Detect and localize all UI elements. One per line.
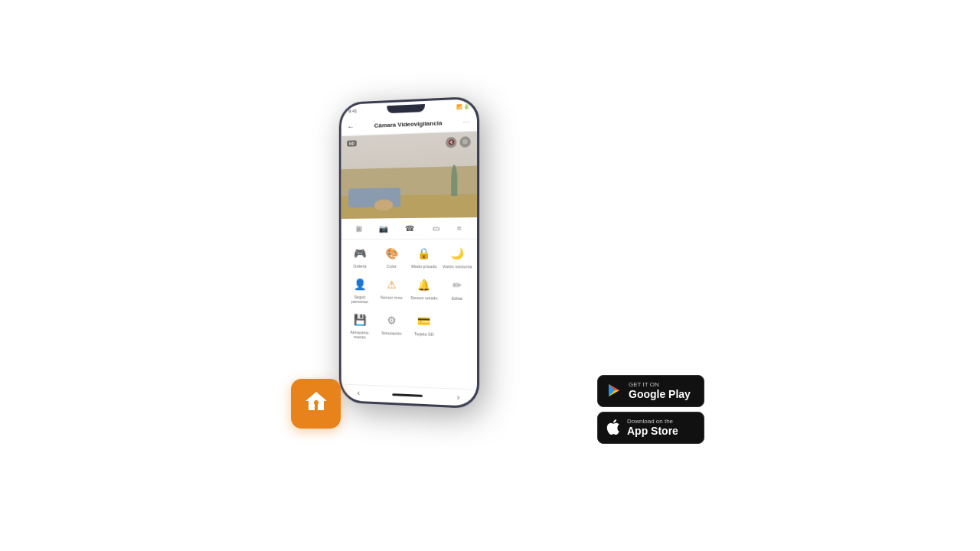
edit-feature[interactable]: ✏ Editar: [443, 276, 472, 306]
simulation-label: Simulación: [381, 331, 401, 336]
feature-row-2: 👤 Seguir personas ⚠ Sensor mov. 🔔 Sensor…: [344, 275, 473, 306]
screenshot-icon[interactable]: ⊞: [355, 225, 361, 233]
phone-mockup: 9:41 📶 🔋 ← Cámara Videovigilancia ···: [339, 96, 479, 409]
sound-label: Sensor sonido: [410, 295, 437, 301]
nav-forward-button[interactable]: ›: [457, 393, 459, 402]
store-buttons-container: GET IT ON Google Play Download on the Ap…: [597, 375, 704, 444]
mute-button[interactable]: 🔇: [446, 137, 456, 148]
time-display: 9:41: [348, 109, 357, 113]
track-person-feature[interactable]: 👤 Seguir personas: [346, 275, 374, 305]
google-play-button[interactable]: GET IT ON Google Play: [597, 375, 704, 407]
filter-icon[interactable]: ≈: [457, 223, 462, 232]
storage-feature[interactable]: 💾 Almacena-miento: [346, 310, 374, 340]
feature-row-1: 🎮 Galería 🎨 Color 🔒 Modo privado 🌙 Visió…: [344, 244, 473, 269]
gallery-label: Galería: [353, 264, 366, 269]
camera-top-controls: 🔇 ⊟: [446, 136, 471, 148]
nav-back-button[interactable]: ‹: [358, 389, 360, 397]
hd-badge: HD: [347, 140, 357, 146]
back-button[interactable]: ←: [347, 122, 354, 131]
track-label: Seguir personas: [346, 295, 374, 305]
color-feature[interactable]: 🎨 Color: [377, 244, 406, 269]
track-icon: 👤: [351, 275, 368, 293]
controls-row: ⊞ 📷 ☎ ▭ ≈: [341, 217, 477, 240]
feature-row-3: 💾 Almacena-miento ⚙ Simulación 💳 Tarjeta…: [344, 310, 473, 343]
apple-icon: [606, 419, 621, 438]
google-play-text: GET IT ON Google Play: [629, 381, 691, 401]
motion-label: Sensor mov.: [381, 295, 403, 300]
gallery-feature[interactable]: 🎮 Galería: [346, 244, 374, 269]
google-play-icon: [606, 382, 622, 401]
edit-label: Editar: [452, 295, 463, 301]
color-icon: 🎨: [383, 244, 401, 262]
menu-button[interactable]: ···: [463, 119, 471, 126]
simulation-icon: ⚙: [383, 311, 401, 329]
sound-icon: 🔔: [415, 276, 433, 294]
camera-feed: HD 🔇 ⊟: [341, 132, 477, 219]
privacy-feature[interactable]: 🔒 Modo privado: [410, 244, 439, 269]
sd-icon: 💳: [415, 311, 433, 331]
plant: [451, 165, 457, 196]
edit-icon: ✏: [448, 276, 466, 295]
sd-card-feature[interactable]: 💳 Tarjeta SD: [410, 311, 439, 342]
privacy-label: Modo privado: [411, 264, 436, 269]
nightvision-label: Visión nocturna: [443, 264, 472, 269]
feature-grid: 🎮 Galería 🎨 Color 🔒 Modo privado 🌙 Visió…: [341, 240, 477, 390]
notch: [387, 104, 425, 113]
phone-icon[interactable]: ☎: [405, 224, 414, 233]
wifi-icon: 📶: [456, 103, 462, 109]
status-icons: 📶 🔋: [456, 103, 469, 109]
app-store-button[interactable]: Download on the App Store: [597, 412, 704, 444]
home-indicator: [393, 393, 423, 397]
storage-icon: 💾: [351, 310, 368, 328]
storage-label: Almacena-miento: [346, 330, 374, 341]
simulation-feature[interactable]: ⚙ Simulación: [377, 311, 406, 341]
privacy-icon: 🔒: [415, 244, 433, 262]
display-icon[interactable]: ▭: [432, 224, 439, 233]
nightvision-feature[interactable]: 🌙 Visión nocturna: [443, 244, 472, 269]
motion-sensor-feature[interactable]: ⚠ Sensor mov.: [377, 275, 406, 305]
app-store-large-text: App Store: [627, 425, 678, 438]
nightvision-icon: 🌙: [448, 244, 466, 262]
motion-icon: ⚠: [383, 275, 401, 293]
gallery-icon: 🎮: [351, 244, 368, 262]
sd-label: Tarjeta SD: [414, 331, 434, 337]
color-label: Color: [387, 264, 397, 269]
google-play-small-text: GET IT ON: [629, 381, 691, 389]
home-app-icon[interactable]: [291, 379, 341, 429]
fullscreen-button[interactable]: ⊟: [459, 136, 470, 148]
sound-sensor-feature[interactable]: 🔔 Sensor sonido: [410, 276, 439, 306]
google-play-large-text: Google Play: [629, 388, 691, 401]
home-icon: [302, 387, 330, 421]
scene: 9:41 📶 🔋 ← Cámara Videovigilancia ···: [299, 84, 681, 467]
svg-point-0: [314, 400, 318, 405]
placeholder-feature: [443, 312, 472, 344]
app-store-text: Download on the App Store: [627, 418, 678, 438]
camera-icon[interactable]: 📷: [379, 224, 388, 233]
battery-icon: 🔋: [464, 103, 469, 109]
screen-title: Cámara Videovigilancia: [374, 119, 443, 129]
app-store-small-text: Download on the: [627, 418, 678, 425]
